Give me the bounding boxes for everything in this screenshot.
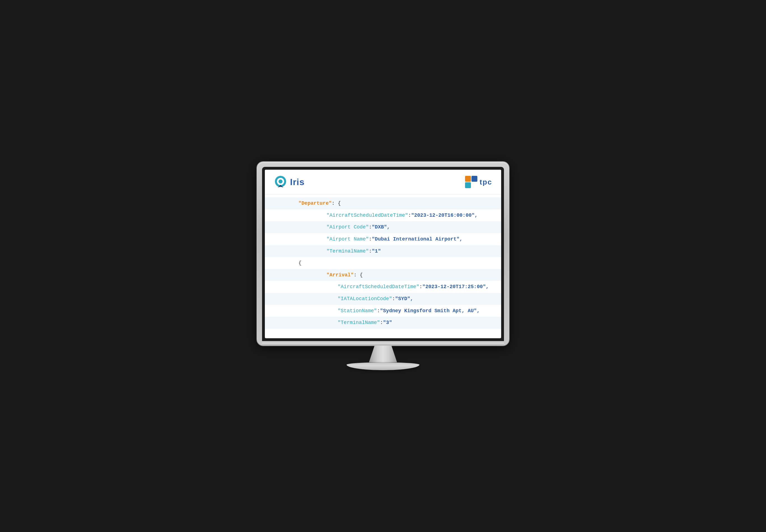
open-brace: {	[298, 259, 302, 267]
arr-field-1: "IATALocationCode" : "SYD",	[265, 293, 501, 305]
dep-sep-3: :	[369, 247, 372, 256]
departure-key-row: "Departure" : {	[265, 197, 501, 209]
scene: Iris tpc	[257, 162, 509, 370]
tpc-label: tpc	[480, 178, 492, 186]
tpc-square-blue	[471, 176, 477, 182]
dep-key-2: "Airport Name"	[326, 235, 369, 244]
arr-field-3: "TerminalName" : "3"	[265, 317, 501, 329]
json-content: "Departure" : { "AircraftScheduledDateTi…	[265, 195, 501, 338]
tpc-logo-area: tpc	[465, 176, 492, 188]
padding-row	[265, 329, 501, 335]
departure-key: "Departure"	[298, 199, 332, 208]
dep-field-0: "AircraftScheduledDateTime" : "2023-12-2…	[265, 209, 501, 221]
arr-key-0: "AircraftScheduledDateTime"	[338, 283, 419, 291]
arr-val-3: "3"	[383, 318, 392, 327]
dep-key-1: "Airport Code"	[326, 223, 369, 232]
monitor-stand-base	[347, 362, 419, 370]
dep-val-1: "DXB",	[372, 223, 390, 232]
arr-sep-3: :	[380, 318, 383, 327]
dep-field-2: "Airport Name" : "Dubai International Ai…	[265, 233, 501, 245]
arr-sep-0: :	[419, 283, 422, 291]
dep-sep-1: :	[369, 223, 372, 232]
arr-key-3: "TerminalName"	[338, 318, 380, 327]
tpc-square-empty	[471, 182, 477, 188]
arr-key-1: "IATALocationCode"	[338, 295, 392, 303]
arr-val-1: "SYD",	[395, 295, 413, 303]
arr-sep-2: :	[377, 307, 380, 315]
iris-logo-area: Iris	[274, 175, 305, 189]
arrival-colon: : {	[354, 271, 363, 279]
dep-val-3: "1"	[372, 247, 381, 256]
dep-val-2: "Dubai International Airport",	[372, 235, 463, 244]
dep-key-0: "AircraftScheduledDateTime"	[326, 211, 408, 220]
dep-sep-2: :	[369, 235, 372, 244]
app-title: Iris	[290, 177, 305, 187]
monitor-bezel: Iris tpc	[262, 167, 504, 341]
arr-field-2: "StationName" : "Sydney Kingsford Smith …	[265, 305, 501, 317]
arr-val-0: "2023-12-20T17:25:00",	[422, 283, 489, 291]
dep-field-3: "TerminalName" : "1"	[265, 245, 501, 257]
arrival-key-row: "Arrival" : {	[265, 269, 501, 281]
tpc-square-orange	[465, 176, 471, 182]
arr-sep-1: :	[392, 295, 395, 303]
departure-colon: : {	[332, 199, 341, 208]
monitor-stand-neck	[369, 346, 397, 362]
tpc-squares-icon	[465, 176, 477, 188]
iris-icon	[274, 175, 287, 189]
dep-val-0: "2023-12-20T16:00:00",	[411, 211, 478, 220]
dep-field-1: "Airport Code" : "DXB",	[265, 221, 501, 233]
arr-field-0: "AircraftScheduledDateTime" : "2023-12-2…	[265, 281, 501, 293]
dep-sep-0: :	[408, 211, 411, 220]
arr-val-2: "Sydney Kingsford Smith Apt, AU",	[380, 307, 480, 315]
screen: Iris tpc	[265, 170, 501, 338]
arrival-key: "Arrival"	[326, 271, 354, 279]
tpc-square-teal	[465, 182, 471, 188]
svg-point-2	[279, 179, 282, 183]
screen-header: Iris tpc	[265, 170, 501, 195]
monitor-bottom-bar	[262, 341, 504, 346]
monitor-frame: Iris tpc	[257, 162, 509, 346]
arr-key-2: "StationName"	[338, 307, 377, 315]
open-brace-row: {	[265, 257, 501, 269]
dep-key-3: "TerminalName"	[326, 247, 369, 256]
